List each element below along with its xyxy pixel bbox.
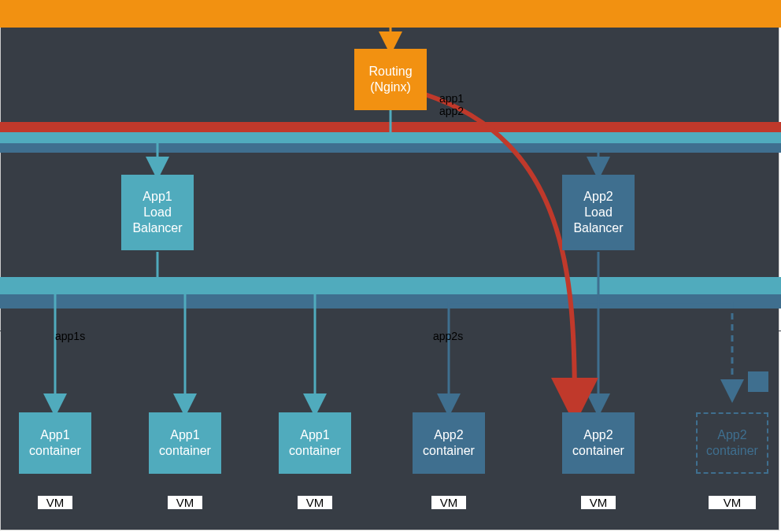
pending-corner-accent — [748, 371, 768, 392]
vm-label-2: VM — [168, 496, 202, 509]
stripe-blue-2 — [0, 294, 781, 308]
app2-load-balancer-box: App2 Load Balancer — [562, 175, 635, 250]
routing-box: Routing (Nginx) — [354, 49, 427, 110]
stripe-red-1 — [0, 122, 781, 132]
top-band — [0, 0, 781, 28]
label-lb2-side: app2s — [433, 331, 463, 342]
stripe-teal-2 — [0, 277, 781, 294]
vm-label-4: VM — [431, 496, 466, 509]
app1-container-2: App1 container — [149, 412, 221, 474]
vm-label-6: VM — [709, 496, 756, 509]
stripe-teal-1 — [0, 132, 781, 143]
app2-container-pending: App2 container — [696, 412, 768, 474]
stripe-spacer — [0, 331, 781, 331]
vm-label-5: VM — [581, 496, 616, 509]
label-routing-right-1: app1 — [439, 93, 464, 105]
label-lb1-side: app1s — [55, 331, 85, 342]
app2-container-2: App2 container — [562, 412, 635, 474]
stripe-blue-1 — [0, 143, 781, 153]
app1-container-3: App1 container — [279, 412, 351, 474]
vm-label-3: VM — [298, 496, 332, 509]
label-routing-right-2: app2 — [439, 105, 464, 117]
vm-label-1: VM — [38, 496, 72, 509]
app2-container-1: App2 container — [413, 412, 485, 474]
app1-load-balancer-box: App1 Load Balancer — [121, 175, 194, 250]
app1-container-1: App1 container — [19, 412, 91, 474]
diagram-canvas: Routing (Nginx) App1 Load Balancer App2 … — [0, 0, 781, 532]
